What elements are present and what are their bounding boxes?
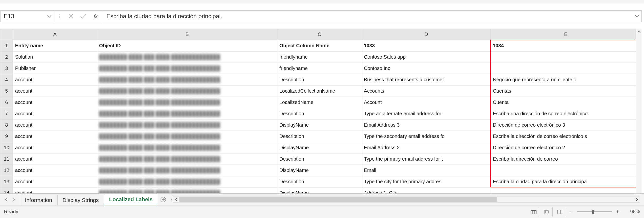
row-header[interactable]: 9 [0, 131, 13, 142]
tab-nav-next-icon[interactable] [12, 198, 15, 202]
cell-A13[interactable]: account [13, 176, 97, 188]
insert-function-button[interactable]: fx [90, 10, 102, 22]
vertical-scrollbar[interactable] [636, 29, 642, 193]
col-header-D[interactable]: D [362, 29, 491, 40]
col-header-B[interactable]: B [97, 29, 278, 40]
cell-C10[interactable]: DisplayName [278, 142, 362, 153]
cell-E14[interactable] [491, 188, 636, 194]
row-header[interactable]: 1 [0, 40, 13, 51]
row-header[interactable]: 3 [0, 63, 13, 74]
zoom-in-button[interactable] [615, 210, 619, 214]
cell-C9[interactable]: Description [278, 131, 362, 142]
scroll-right-icon[interactable] [634, 197, 640, 202]
cell-C3[interactable]: friendlyname [278, 63, 362, 74]
hscroll-thumb[interactable] [179, 197, 498, 202]
enter-formula-button[interactable] [77, 10, 90, 22]
row-header[interactable]: 11 [0, 153, 13, 165]
cell-A4[interactable]: account [13, 74, 97, 86]
row-header[interactable]: 2 [0, 51, 13, 63]
cell-D14[interactable]: Address 1: City [362, 188, 491, 194]
cell-D3[interactable]: Contoso Inc [362, 63, 491, 74]
cell-D8[interactable]: Email Address 3 [362, 119, 491, 131]
cell-B1[interactable]: Object ID [97, 40, 278, 51]
cell-C5[interactable]: LocalizedCollectionName [278, 86, 362, 97]
cell-E2[interactable] [491, 51, 636, 63]
cell-C4[interactable]: Description [278, 74, 362, 86]
cell-E3[interactable] [491, 63, 636, 74]
sheet-tab-display-strings[interactable]: Display Strings [57, 195, 104, 206]
row-header[interactable]: 5 [0, 86, 13, 97]
cell-D7[interactable]: Type an alternate email address for [362, 108, 491, 119]
cell-B4[interactable]: ████████ ████ ███ ████ ██████████████ [97, 74, 278, 86]
row-header[interactable]: 10 [0, 142, 13, 153]
cell-B11[interactable]: ████████ ████ ███ ████ ██████████████ [97, 153, 278, 165]
cell-A12[interactable]: account [13, 165, 97, 176]
cell-E1[interactable]: 1034 [491, 40, 636, 51]
col-header-A[interactable]: A [13, 29, 97, 40]
cell-E12[interactable] [491, 165, 636, 176]
col-header-E[interactable]: E [491, 29, 636, 40]
cell-E5[interactable]: Cuentas [491, 86, 636, 97]
row-header[interactable]: 14 [0, 188, 13, 194]
col-header-C[interactable]: C [278, 29, 362, 40]
view-page-layout-button[interactable] [541, 208, 552, 216]
zoom-percent[interactable]: 96% [623, 209, 640, 215]
cell-A14[interactable]: account [13, 188, 97, 194]
cancel-formula-button[interactable] [65, 10, 77, 22]
row-header[interactable]: 4 [0, 74, 13, 86]
horizontal-scrollbar[interactable] [173, 197, 640, 203]
cell-D12[interactable]: Email [362, 165, 491, 176]
cell-E8[interactable]: Dirección de correo electrónico 3 [491, 119, 636, 131]
cell-A10[interactable]: account [13, 142, 97, 153]
cell-B10[interactable]: ████████ ████ ███ ████ ██████████████ [97, 142, 278, 153]
cell-C7[interactable]: Description [278, 108, 362, 119]
zoom-slider-thumb[interactable] [592, 210, 594, 214]
cell-B6[interactable]: ████████ ████ ███ ████ ██████████████ [97, 97, 278, 108]
select-all-corner[interactable] [0, 29, 13, 40]
cell-B3[interactable]: ████████ ████ ███ ████ ██████████████ [97, 63, 278, 74]
add-sheet-button[interactable] [158, 197, 169, 203]
row-header[interactable]: 13 [0, 176, 13, 188]
name-box[interactable]: E13 [0, 10, 55, 22]
row-header[interactable]: 6 [0, 97, 13, 108]
cell-B7[interactable]: ████████ ████ ███ ████ ██████████████ [97, 108, 278, 119]
cell-B12[interactable]: ████████ ████ ███ ████ ██████████████ [97, 165, 278, 176]
cell-D6[interactable]: Account [362, 97, 491, 108]
cell-C1[interactable]: Object Column Name [278, 40, 362, 51]
cell-A1[interactable]: Entity name [13, 40, 97, 51]
formula-bar-expand-icon[interactable] [635, 15, 639, 18]
name-box-dropdown-icon[interactable] [47, 15, 52, 18]
worksheet-grid[interactable]: A B C D E 1Entity nameObject IDObject Co… [0, 29, 636, 193]
cell-E10[interactable]: Dirección de correo electrónico 2 [491, 142, 636, 153]
cell-D10[interactable]: Email Address 2 [362, 142, 491, 153]
cell-B5[interactable]: ████████ ████ ███ ████ ██████████████ [97, 86, 278, 97]
cell-B13[interactable]: ████████ ████ ███ ████ ██████████████ [97, 176, 278, 188]
cell-A11[interactable]: account [13, 153, 97, 165]
cell-B9[interactable]: ████████ ████ ███ ████ ██████████████ [97, 131, 278, 142]
tab-nav-prev-icon[interactable] [5, 198, 8, 202]
zoom-out-button[interactable] [570, 210, 574, 214]
cell-D5[interactable]: Accounts [362, 86, 491, 97]
cell-A9[interactable]: account [13, 131, 97, 142]
scroll-up-icon[interactable] [636, 29, 642, 34]
cell-A2[interactable]: Solution [13, 51, 97, 63]
cell-A6[interactable]: account [13, 97, 97, 108]
cell-D13[interactable]: Type the city for the primary addres [362, 176, 491, 188]
cell-C12[interactable]: DisplayName [278, 165, 362, 176]
cell-C11[interactable]: Description [278, 153, 362, 165]
zoom-slider[interactable] [577, 211, 612, 212]
cell-E9[interactable]: Escriba la dirección de correo electróni… [491, 131, 636, 142]
cell-E6[interactable]: Cuenta [491, 97, 636, 108]
cell-C14[interactable]: DisplayName [278, 188, 362, 194]
cell-B14[interactable]: ████████ ████ ███ ████ ██████████████ [97, 188, 278, 194]
cell-A5[interactable]: account [13, 86, 97, 97]
sheet-tab-information[interactable]: Information [20, 195, 57, 206]
hscroll-grip-icon[interactable] [170, 197, 173, 203]
row-header[interactable]: 8 [0, 119, 13, 131]
cell-C13[interactable]: Description [278, 176, 362, 188]
cell-D4[interactable]: Business that represents a customer [362, 74, 491, 86]
cell-B8[interactable]: ████████ ████ ███ ████ ██████████████ [97, 119, 278, 131]
cell-C2[interactable]: friendlyname [278, 51, 362, 63]
cell-A3[interactable]: Publisher [13, 63, 97, 74]
cell-E11[interactable]: Escriba la dirección de correo [491, 153, 636, 165]
